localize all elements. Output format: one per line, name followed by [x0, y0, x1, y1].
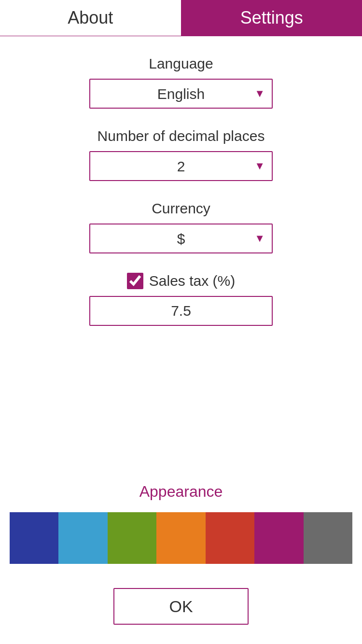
sales-tax-checkbox-row: Sales tax (%) — [127, 273, 235, 289]
color-swatch-gray[interactable] — [304, 512, 352, 564]
color-swatch-olive-green[interactable] — [108, 512, 156, 564]
settings-content: Language English Spanish French German C… — [0, 36, 362, 644]
color-swatches — [10, 512, 352, 564]
tab-about[interactable]: About — [0, 0, 181, 36]
appearance-section: Appearance — [10, 483, 352, 564]
ok-button[interactable]: OK — [113, 588, 249, 625]
color-swatch-purple[interactable] — [254, 512, 303, 564]
language-label: Language — [149, 56, 213, 72]
color-swatch-orange[interactable] — [156, 512, 205, 564]
tab-bar: About Settings — [0, 0, 362, 36]
tab-settings[interactable]: Settings — [181, 0, 362, 36]
currency-label: Currency — [152, 200, 210, 217]
currency-group: Currency $ € £ ¥ ₹ ▼ — [10, 200, 352, 253]
color-swatch-blue[interactable] — [10, 512, 58, 564]
currency-select[interactable]: $ € £ ¥ ₹ — [89, 224, 273, 253]
language-group: Language English Spanish French German C… — [10, 56, 352, 109]
decimal-places-group: Number of decimal places 0 1 2 3 4 ▼ — [10, 128, 352, 181]
sales-tax-checkbox[interactable] — [127, 273, 143, 289]
language-select[interactable]: English Spanish French German Chinese — [89, 79, 273, 109]
decimal-places-dropdown-wrapper: 0 1 2 3 4 ▼ — [89, 151, 273, 181]
color-swatch-sky-blue[interactable] — [58, 512, 107, 564]
currency-dropdown-wrapper: $ € £ ¥ ₹ ▼ — [89, 224, 273, 253]
color-swatch-red[interactable] — [206, 512, 254, 564]
sales-tax-group: Sales tax (%) — [10, 273, 352, 326]
decimal-places-select[interactable]: 0 1 2 3 4 — [89, 151, 273, 181]
language-dropdown-wrapper: English Spanish French German Chinese ▼ — [89, 79, 273, 109]
appearance-title: Appearance — [139, 483, 223, 501]
sales-tax-input[interactable] — [89, 296, 273, 326]
sales-tax-label: Sales tax (%) — [149, 273, 235, 289]
decimal-places-label: Number of decimal places — [97, 128, 265, 144]
